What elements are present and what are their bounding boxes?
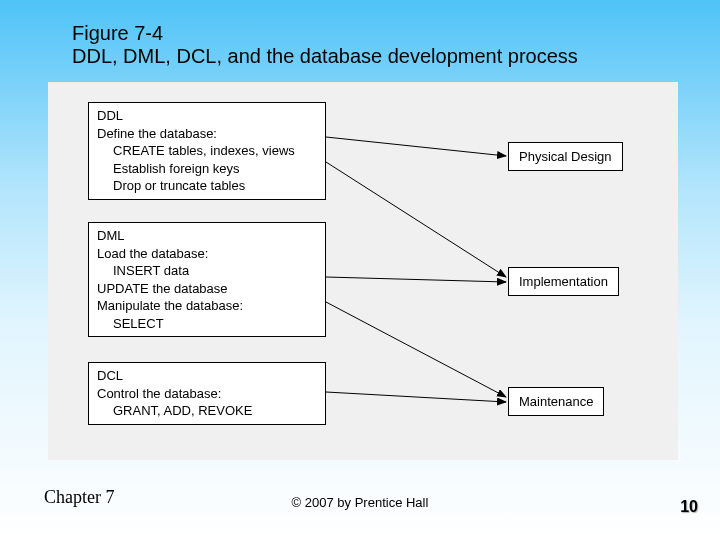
svg-line-0 — [326, 137, 506, 156]
ddl-item1: CREATE tables, indexes, views — [113, 142, 317, 160]
figure-number: Figure 7-4 — [72, 22, 578, 45]
maintenance-box: Maintenance — [508, 387, 604, 416]
implementation-label: Implementation — [519, 274, 608, 289]
ddl-line1: Define the database: — [97, 125, 317, 143]
figure-heading: Figure 7-4 DDL, DML, DCL, and the databa… — [72, 22, 578, 68]
diagram-area: DDL Define the database: CREATE tables, … — [48, 82, 678, 460]
dml-line2: UPDATE the database — [97, 280, 317, 298]
ddl-item3: Drop or truncate tables — [113, 177, 317, 195]
dml-item2: SELECT — [113, 315, 317, 333]
svg-line-3 — [326, 302, 506, 397]
dcl-item1: GRANT, ADD, REVOKE — [113, 402, 317, 420]
dcl-box: DCL Control the database: GRANT, ADD, RE… — [88, 362, 326, 425]
ddl-header: DDL — [97, 107, 317, 125]
figure-title: DDL, DML, DCL, and the database developm… — [72, 45, 578, 68]
svg-line-4 — [326, 392, 506, 402]
ddl-box: DDL Define the database: CREATE tables, … — [88, 102, 326, 200]
dml-header: DML — [97, 227, 317, 245]
ddl-item2: Establish foreign keys — [113, 160, 317, 178]
copyright-text: © 2007 by Prentice Hall — [0, 495, 720, 510]
page-number: 10 — [680, 498, 698, 516]
svg-line-1 — [326, 162, 506, 277]
dcl-line1: Control the database: — [97, 385, 317, 403]
svg-line-2 — [326, 277, 506, 282]
maintenance-label: Maintenance — [519, 394, 593, 409]
implementation-box: Implementation — [508, 267, 619, 296]
dml-item1: INSERT data — [113, 262, 317, 280]
physical-design-label: Physical Design — [519, 149, 612, 164]
dml-box: DML Load the database: INSERT data UPDAT… — [88, 222, 326, 337]
dcl-header: DCL — [97, 367, 317, 385]
dml-line1: Load the database: — [97, 245, 317, 263]
physical-design-box: Physical Design — [508, 142, 623, 171]
dml-line3: Manipulate the database: — [97, 297, 317, 315]
